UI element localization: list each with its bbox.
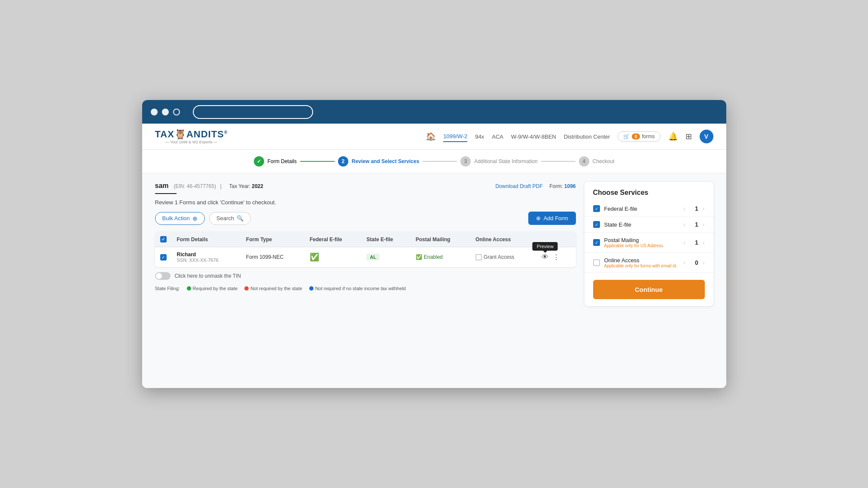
grid-icon[interactable]: ⊞ (685, 132, 692, 141)
service-row-online-access: Online Access Applicable only for forms … (585, 253, 713, 273)
logo-text: TAX🦉ANDITS® (155, 129, 228, 140)
add-form-button[interactable]: ⊕ Add Form (528, 212, 576, 225)
bulk-action-label: Bulk Action (162, 215, 190, 221)
url-bar[interactable] (193, 105, 313, 119)
recipient-ssn: SSN: XXX-XX-7676 (177, 258, 236, 263)
form-number-link[interactable]: 1096 (564, 183, 576, 189)
step-state-info: 3 Additional State Information (460, 156, 537, 167)
postal-mailing-checkbox[interactable]: ✓ (593, 239, 600, 246)
legend-required-label: Required by the state (193, 286, 238, 291)
col-federal-efile: Federal E-file (305, 232, 361, 247)
service-row-state-efile: ✓ State E-file ‹ 1 › (585, 217, 713, 233)
federal-efile-count: 1 (690, 205, 698, 212)
federal-efile-arrow-right[interactable]: › (703, 205, 705, 212)
cart-label: forms (642, 133, 655, 139)
form-ref: Form: 1096 (549, 183, 576, 189)
row-postal-mailing: ✅ Enabled (411, 247, 470, 267)
toolbar: Bulk Action ⊕ Search 🔍 ⊕ Add Form (155, 212, 576, 225)
enabled-check-icon: ✅ (416, 254, 422, 260)
notification-bell-icon[interactable]: 🔔 (668, 132, 678, 141)
traffic-light-green[interactable] (173, 109, 180, 115)
nav-94x-link[interactable]: 94x (475, 132, 484, 142)
row-checkbox[interactable]: ✓ (160, 254, 167, 261)
logo-registered: ® (224, 130, 228, 135)
logo-tagline: — Your 1099 & W2 Experts — (155, 140, 228, 144)
row-form-type: Form 1099-NEC (241, 247, 305, 267)
nav-links: 🏠 1099/W-2 94x ACA W-9/W-4/W-8BEN Distri… (426, 130, 713, 143)
nav-home-link[interactable]: 🏠 (426, 132, 436, 141)
row-form-details: Richard SSN: XXX-XX-7676 (172, 247, 241, 267)
state-efile-info: State E-file (604, 221, 679, 228)
online-access-checkbox[interactable] (593, 259, 600, 266)
step-form-details: ✓ Form Details (254, 156, 297, 167)
select-all-checkbox[interactable]: ✓ (160, 236, 167, 242)
preview-tooltip-text: Preview (533, 242, 558, 251)
postal-mailing-arrow-right[interactable]: › (703, 239, 705, 246)
online-access-note: Applicable only for forms with email id. (604, 264, 679, 268)
legend-no-income-tax-label: Not required if no state income tax with… (315, 286, 406, 291)
state-efile-arrow-left[interactable]: ‹ (683, 221, 685, 228)
col-form-details: Form Details (172, 232, 241, 247)
nav-aca-link[interactable]: ACA (492, 132, 503, 142)
online-access-arrow-right[interactable]: › (703, 259, 705, 266)
col-checkbox: ✓ (155, 232, 172, 247)
postal-mailing-note: Applicable only for US Address. (604, 243, 679, 248)
logo: TAX🦉ANDITS® — Your 1099 & W2 Experts — (155, 129, 228, 144)
search-icon: 🔍 (237, 215, 244, 221)
entity-header: sam (EIN: 46-4577765) | Tax Year: 2022 D… (155, 182, 576, 190)
legend-required: Required by the state (187, 286, 238, 291)
col-online-access: Online Access (470, 232, 536, 247)
traffic-light-red[interactable] (151, 109, 158, 115)
row-action-icons: Preview 👁 ⋮ (541, 252, 570, 262)
online-access-count: 0 (690, 259, 698, 266)
table-row: ✓ Richard SSN: XXX-XX-7676 Form 1099-NEC… (155, 247, 576, 267)
continue-button[interactable]: Continue (593, 280, 705, 299)
step-1-circle: ✓ (254, 156, 264, 167)
more-options-button[interactable]: ⋮ (552, 252, 560, 262)
row-federal-efile: ✅ (305, 247, 361, 267)
legend-not-required: Not required by the state (244, 286, 302, 291)
postal-mailing-arrow-left[interactable]: ‹ (683, 239, 685, 246)
step-2-circle: 2 (338, 156, 348, 167)
toggle-knob (156, 273, 162, 279)
grant-access-checkbox[interactable] (475, 254, 482, 261)
traffic-light-yellow[interactable] (162, 109, 169, 115)
search-label: Search (216, 215, 234, 221)
step-2-label: Review and Select Services (352, 158, 419, 164)
state-efile-arrow-right[interactable]: › (703, 221, 705, 228)
federal-efile-checkbox[interactable]: ✓ (593, 205, 600, 212)
nav-1099w2-link[interactable]: 1099/W-2 (443, 131, 467, 142)
postal-mailing-count: 1 (690, 239, 698, 246)
nav-distribution-link[interactable]: Distribution Center (564, 132, 610, 142)
postal-mailing-enabled: ✅ Enabled (416, 254, 465, 260)
col-form-type: Form Type (241, 232, 305, 247)
enabled-label: Enabled (424, 254, 443, 260)
tin-toggle[interactable] (155, 272, 171, 280)
nav-w9-link[interactable]: W-9/W-4/W-8BEN (511, 132, 556, 142)
tin-row: Click here to unmask the TIN (155, 272, 576, 280)
bulk-action-button[interactable]: Bulk Action ⊕ (155, 212, 205, 225)
search-button[interactable]: Search 🔍 (209, 212, 251, 225)
state-efile-checkbox[interactable]: ✓ (593, 221, 600, 228)
row-checkbox-cell: ✓ (155, 247, 172, 267)
form-type-value: Form 1099-NEC (246, 254, 283, 260)
postal-mailing-name: Postal Mailing (604, 237, 679, 243)
grant-access-label: Grant Access (484, 254, 514, 260)
user-avatar[interactable]: V (700, 130, 713, 143)
cart-button[interactable]: 🛒 0 forms (618, 131, 660, 142)
left-panel: sam (EIN: 46-4577765) | Tax Year: 2022 D… (155, 182, 576, 379)
federal-efile-name: Federal E-file (604, 206, 679, 212)
app-window: TAX🦉ANDITS® — Your 1099 & W2 Experts — 🏠… (142, 100, 726, 388)
step-4-circle: 4 (579, 156, 589, 167)
app-body: TAX🦉ANDITS® — Your 1099 & W2 Experts — 🏠… (142, 124, 726, 388)
preview-tooltip-container: Preview 👁 (541, 252, 549, 262)
step-1-label: Form Details (268, 158, 297, 164)
online-access-arrow-left[interactable]: ‹ (683, 259, 685, 266)
federal-efile-arrow-left[interactable]: ‹ (683, 205, 685, 212)
connector-1 (300, 161, 335, 162)
col-postal-mailing: Postal Mailing (411, 232, 470, 247)
step-3-circle: 3 (460, 156, 471, 167)
download-draft-pdf-link[interactable]: Download Draft PDF (495, 183, 542, 189)
step-3-label: Additional State Information (474, 158, 537, 164)
entity-divider (155, 193, 177, 194)
